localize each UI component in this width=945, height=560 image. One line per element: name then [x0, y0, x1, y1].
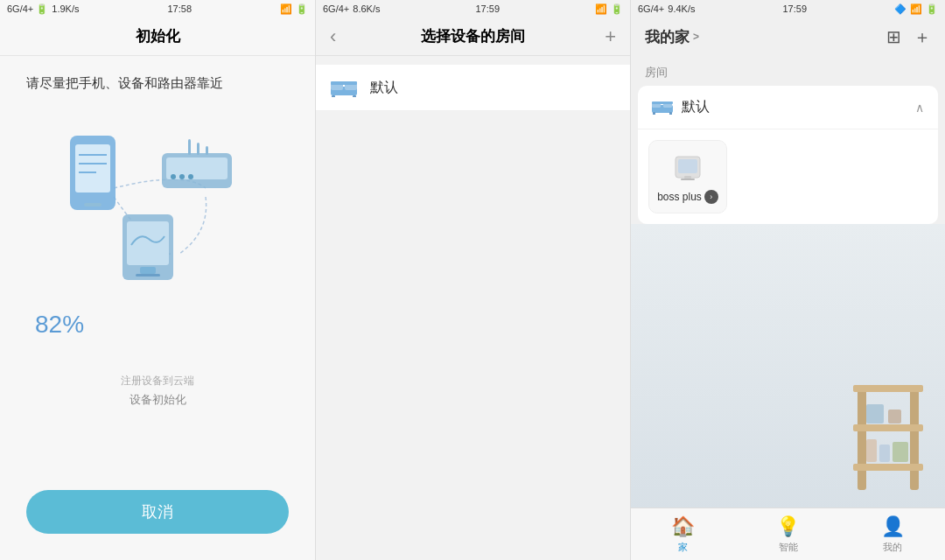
progress-text: 82%: [26, 311, 84, 339]
init-status-area: 注册设备到云端 设备初始化: [26, 374, 289, 408]
devices-illustration: [26, 118, 289, 293]
status-right-3: 🔷 📶 🔋: [894, 4, 938, 15]
status-left-2: 6G/4+ 8.6K/s: [323, 4, 380, 14]
status-bar-2: 6G/4+ 8.6K/s 17:59 📶 🔋: [316, 0, 630, 18]
tab-home[interactable]: 🏠 家: [631, 508, 736, 560]
svg-rect-21: [331, 81, 357, 85]
home-title-text: 我的家: [645, 27, 690, 47]
status-bar-1: 6G/4+ 🔋 1.9K/s 17:58 📶 🔋: [0, 0, 315, 18]
battery-icon-3: 🔋: [926, 4, 938, 15]
smart-tab-label: 智能: [779, 541, 798, 554]
room-section-bed-icon: [652, 99, 673, 116]
status-right-1: 📶 🔋: [280, 4, 308, 15]
device-arrow-icon: ›: [704, 190, 718, 204]
cancel-button[interactable]: 取消: [26, 490, 289, 534]
status-bar-3: 6G/4+ 9.4K/s 17:59 🔷 📶 🔋: [631, 0, 945, 18]
wifi-icon-3: 📶: [910, 4, 922, 15]
time-1: 17:58: [167, 4, 192, 14]
signal-speed-2: 8.6K/s: [353, 4, 380, 14]
home-nav-header: 我的家 > ⊞ ＋: [631, 18, 945, 56]
room-default-label: 默认: [370, 79, 398, 97]
status-right-2: 📶 🔋: [595, 4, 623, 15]
svg-rect-42: [879, 444, 890, 462]
home-tab-icon: 🏠: [671, 515, 695, 538]
svg-rect-12: [197, 143, 200, 155]
bluetooth-icon: 🔷: [894, 4, 906, 15]
svg-rect-41: [866, 439, 877, 462]
svg-rect-37: [853, 424, 923, 431]
cancel-label: 取消: [142, 501, 173, 522]
init-nav-header: 初始化: [0, 18, 315, 56]
panel-room-select: 6G/4+ 8.6K/s 17:59 📶 🔋 ‹ 选择设备的房间 +: [315, 0, 630, 560]
svg-rect-17: [136, 274, 160, 276]
svg-rect-22: [332, 95, 335, 97]
init-status-main: 设备初始化: [26, 392, 289, 408]
svg-rect-32: [684, 176, 691, 178]
svg-rect-13: [206, 146, 208, 155]
svg-rect-34: [858, 385, 866, 490]
carrier-text-1: 6G/4+ 🔋: [7, 4, 48, 15]
init-title: 初始化: [136, 26, 180, 46]
svg-rect-38: [853, 464, 923, 471]
back-button[interactable]: ‹: [330, 25, 336, 48]
room-bed-icon: [330, 77, 358, 98]
mine-tab-icon: 👤: [881, 515, 905, 538]
signal-speed-3: 9.4K/s: [668, 4, 695, 14]
room-nav-header: ‹ 选择设备的房间 +: [316, 18, 630, 56]
init-content: 请尽量把手机、设备和路由器靠近: [0, 56, 315, 560]
svg-rect-33: [681, 178, 695, 180]
svg-point-10: [188, 174, 193, 179]
bottom-tab-bar: 🏠 家 💡 智能 👤 我的: [631, 508, 945, 560]
svg-rect-28: [653, 112, 655, 115]
init-hint-text: 请尽量把手机、设备和路由器靠近: [26, 74, 223, 92]
add-room-button[interactable]: +: [605, 25, 616, 48]
room-select-title: 选择设备的房间: [421, 26, 525, 46]
battery-icon-1: 🔋: [296, 4, 308, 15]
room-list-item[interactable]: 默认: [316, 65, 630, 111]
time-3: 17:59: [782, 4, 807, 14]
panel-home: 6G/4+ 9.4K/s 17:59 🔷 📶 🔋 我的家 > ⊞ ＋ 房间: [630, 0, 945, 560]
room-collapse-chevron[interactable]: ∧: [915, 101, 924, 115]
mine-tab-label: 我的: [883, 541, 902, 554]
smart-tab-icon: 💡: [776, 515, 800, 538]
home-title-area[interactable]: 我的家 >: [645, 27, 699, 47]
svg-rect-36: [853, 385, 923, 392]
status-left-1: 6G/4+ 🔋 1.9K/s: [7, 4, 80, 15]
svg-rect-5: [84, 203, 102, 206]
svg-rect-11: [188, 139, 191, 155]
battery-icon-2: 🔋: [611, 4, 623, 15]
device-name-text: boss plus: [657, 191, 702, 203]
svg-rect-39: [866, 404, 884, 424]
signal-speed-1: 1.9K/s: [52, 4, 79, 14]
add-device-button[interactable]: ＋: [914, 25, 931, 49]
svg-point-8: [171, 174, 176, 179]
svg-rect-16: [140, 267, 156, 274]
svg-rect-43: [892, 442, 908, 462]
room-section-header[interactable]: 默认 ∧: [638, 86, 938, 130]
device-arrow-text: ›: [710, 192, 712, 201]
device-card-label: boss plus ›: [657, 190, 718, 204]
svg-point-9: [179, 174, 185, 179]
tab-smart[interactable]: 💡 智能: [736, 508, 841, 560]
svg-rect-23: [353, 95, 356, 97]
panel-initialization: 6G/4+ 🔋 1.9K/s 17:58 📶 🔋 初始化 请尽量把手机、设备和路…: [0, 0, 315, 560]
svg-rect-35: [910, 385, 919, 490]
room-section-name: 默认: [682, 98, 710, 116]
room-section-label: 房间: [631, 56, 945, 86]
init-status-sub: 注册设备到云端: [26, 374, 289, 388]
wifi-icon-2: 📶: [595, 4, 607, 15]
status-left-3: 6G/4+ 9.4K/s: [638, 4, 695, 14]
device-card-boss-plus[interactable]: boss plus ›: [648, 140, 727, 214]
device-card-icon: [672, 151, 704, 183]
carrier-text-2: 6G/4+: [323, 4, 349, 14]
wifi-icon: 📶: [280, 4, 292, 15]
svg-rect-29: [669, 112, 672, 115]
grid-view-button[interactable]: ⊞: [886, 26, 901, 47]
devices-grid: boss plus ›: [638, 130, 938, 224]
svg-rect-40: [888, 410, 901, 424]
home-tab-label: 家: [678, 541, 688, 554]
svg-rect-31: [678, 159, 697, 173]
time-2: 17:59: [475, 4, 500, 14]
tab-mine[interactable]: 👤 我的: [840, 508, 945, 560]
svg-rect-27: [652, 102, 673, 104]
